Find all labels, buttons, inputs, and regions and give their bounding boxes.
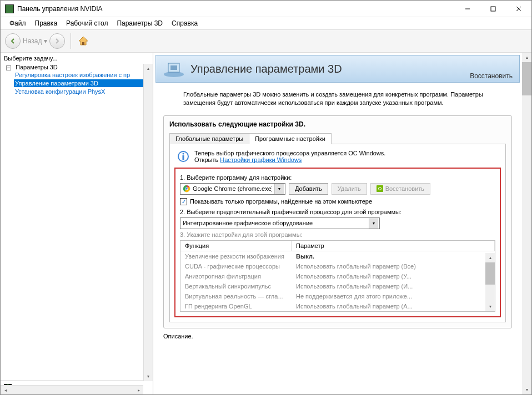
cell-func: Вертикальный синхроимпульс	[180, 281, 292, 291]
col-parameter[interactable]: Параметр	[292, 241, 495, 251]
windows-info: Теперь выбор графического процессора упр…	[174, 149, 501, 164]
tab-global[interactable]: Глобальные параметры	[169, 133, 249, 144]
menu-file[interactable]: Файл	[5, 18, 31, 28]
menu-edit[interactable]: Правка	[31, 18, 62, 28]
back-button[interactable]	[5, 33, 21, 49]
cell-param: Выкл.	[292, 251, 495, 261]
scroll-up-icon[interactable]: ▴	[522, 53, 531, 62]
scroll-down-icon[interactable]: ▾	[144, 372, 153, 381]
program-select-text: Google Chrome (chrome.exe)	[193, 185, 272, 192]
tree: − Параметры 3D Регулировка настроек изоб…	[2, 63, 152, 97]
checkbox-icon[interactable]: ✓	[180, 198, 187, 205]
cell-param: Не поддерживается для этого приложе...	[292, 291, 495, 301]
svg-point-16	[185, 188, 188, 190]
sidebar-item-physx[interactable]: Установка конфигурации PhysX	[14, 88, 152, 95]
tabs: Глобальные параметры Программные настрой…	[169, 133, 506, 144]
cell-param: Использовать глобальный параметр (У...	[292, 271, 495, 281]
step2-label: 2. Выберите предпочтительный графический…	[180, 209, 495, 215]
page-header-icon	[163, 60, 185, 78]
tab-body: Теперь выбор графического процессора упр…	[169, 144, 506, 322]
task-label: Выберите задачу...	[2, 54, 152, 63]
info-text: Теперь выбор графического процессора упр…	[194, 150, 385, 163]
panel-title: Использовать следующие настройки 3D.	[169, 120, 506, 128]
forward-button[interactable]	[49, 33, 65, 49]
sidebar-item-adjust-image[interactable]: Регулировка настроек изображения с пр	[14, 71, 152, 79]
scroll-track[interactable]	[485, 285, 495, 302]
program-select[interactable]: Google Chrome (chrome.exe) ▾	[180, 183, 285, 195]
back-text: Назад	[23, 37, 42, 45]
sidebar-vscroll[interactable]: ▴ ▾	[143, 64, 153, 381]
table-row[interactable]: Виртуальная реальность — сглаживан... Не…	[180, 291, 495, 301]
table-row[interactable]: ГП рендеринга OpenGL Использовать глобал…	[180, 301, 495, 311]
cell-func: Увеличение резкости изображения	[180, 251, 292, 261]
minimize-button[interactable]	[455, 1, 480, 17]
windows-graphics-link[interactable]: Настройки графики Windows	[220, 156, 302, 163]
svg-rect-1	[491, 7, 495, 11]
menu-3d[interactable]: Параметры 3D	[112, 18, 167, 28]
tree-children: Регулировка настроек изображения с пр Уп…	[2, 71, 152, 95]
cell-func: CUDA - графические процессоры	[180, 261, 292, 271]
chevron-down-icon[interactable]: ▾	[44, 37, 47, 45]
restore-button: Восстановить	[370, 183, 430, 195]
restore-link[interactable]: Восстановить	[470, 72, 513, 80]
info-line1: Теперь выбор графического процессора упр…	[194, 150, 385, 156]
table-body: Увеличение резкости изображения Выкл. CU…	[180, 251, 495, 311]
table-scrollbar[interactable]: ▴ ▾	[485, 253, 495, 311]
nvidia-icon	[377, 185, 383, 192]
gpu-select[interactable]: Интегрированное графическое оборудование…	[180, 217, 380, 229]
content: Управление параметрами 3D Восстановить Г…	[153, 53, 531, 394]
sidebar-item-manage-3d[interactable]: Управление параметрами 3D	[14, 79, 152, 87]
scroll-track[interactable]	[522, 95, 531, 385]
sidebar: Выберите задачу... − Параметры 3D Регули…	[1, 53, 153, 394]
settings-table: Функция Параметр Увеличение резкости изо…	[180, 240, 495, 312]
cell-param: Использовать глобальный параметр (И...	[292, 281, 495, 291]
titlebar: Панель управления NVIDIA	[1, 1, 531, 17]
app-icon	[5, 4, 14, 13]
tree-root-label: Параметры 3D	[14, 63, 59, 71]
cell-param: Использовать глобальный параметр (А...	[292, 301, 495, 311]
gpu-row: Интегрированное графическое оборудование…	[180, 217, 495, 229]
table-header: Функция Параметр	[180, 241, 495, 251]
scroll-up-icon[interactable]: ▴	[144, 64, 153, 73]
svg-point-11	[183, 153, 184, 154]
close-button[interactable]	[506, 1, 531, 17]
menubar: Файл Правка Рабочий стол Параметры 3D Сп…	[1, 17, 531, 29]
main-area: Выберите задачу... − Параметры 3D Регули…	[1, 53, 531, 394]
table-row[interactable]: Увеличение резкости изображения Выкл.	[180, 251, 495, 261]
gpu-select-text: Интегрированное графическое оборудование	[183, 220, 367, 226]
tab-program[interactable]: Программные настройки	[249, 133, 332, 144]
scroll-down-icon[interactable]: ▾	[485, 302, 495, 311]
tree-toggle-icon[interactable]: −	[6, 65, 11, 70]
home-button[interactable]	[77, 34, 90, 48]
chevron-down-icon[interactable]: ▾	[369, 218, 378, 229]
maximize-button[interactable]	[480, 1, 506, 17]
menu-help[interactable]: Справка	[167, 18, 202, 28]
info-line2-prefix: Открыть	[194, 156, 220, 163]
restore-button-text: Восстановить	[385, 185, 424, 192]
page-description: Глобальные параметры 3D можно заменить и…	[155, 83, 520, 113]
info-icon	[177, 150, 190, 163]
checkbox-row[interactable]: ✓ Показывать только программы, найденные…	[180, 198, 495, 205]
step1-label: 1. Выберите программу для настройки:	[180, 174, 495, 181]
menu-desktop[interactable]: Рабочий стол	[62, 18, 112, 28]
sidebar-inner: Выберите задачу... − Параметры 3D Регули…	[1, 53, 153, 381]
highlighted-settings: 1. Выберите программу для настройки: Goo…	[174, 168, 501, 317]
svg-rect-4	[82, 42, 84, 45]
scroll-thumb[interactable]	[522, 62, 531, 95]
scroll-thumb[interactable]	[485, 262, 495, 285]
table-row[interactable]: Вертикальный синхроимпульс Использовать …	[180, 281, 495, 291]
tree-root[interactable]: − Параметры 3D	[2, 64, 152, 70]
scroll-down-icon[interactable]: ▾	[522, 385, 531, 394]
window-title: Панель управления NVIDIA	[17, 5, 455, 13]
col-function[interactable]: Функция	[180, 241, 292, 251]
add-button[interactable]: Добавить	[289, 183, 328, 195]
table-row[interactable]: Анизотропная фильтрация Использовать гло…	[180, 271, 495, 281]
description-label: Описание.	[163, 333, 521, 340]
window-controls	[455, 1, 531, 17]
content-scrollbar[interactable]: ▴ ▾	[522, 53, 531, 394]
scroll-track[interactable]	[144, 73, 153, 372]
table-row[interactable]: CUDA - графические процессоры Использова…	[180, 261, 495, 271]
cell-param: Использовать глобальный параметр (Все)	[292, 261, 495, 271]
scroll-up-icon[interactable]: ▴	[485, 253, 495, 262]
chevron-down-icon[interactable]: ▾	[274, 184, 284, 194]
